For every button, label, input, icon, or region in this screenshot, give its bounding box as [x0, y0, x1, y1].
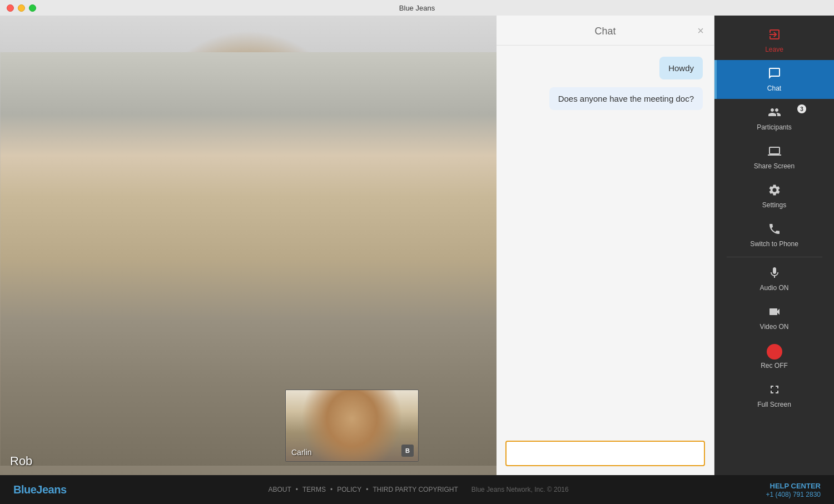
rec-label: Rec OFF [761, 362, 788, 370]
settings-icon [768, 183, 781, 199]
chat-input-area [497, 434, 714, 475]
sidebar-item-rec[interactable]: Rec OFF [714, 337, 834, 376]
share-screen-label: Share Screen [754, 162, 795, 170]
footer-logo-text: BlueJeans [13, 483, 67, 496]
video-icon [768, 305, 781, 321]
fullscreen-label: Full Screen [757, 401, 791, 408]
main-content: Rob Carlin B Chat × Howdy Does anyone ha… [0, 16, 834, 475]
chat-title: Chat [594, 26, 615, 37]
sidebar-item-settings[interactable]: Settings [714, 177, 834, 216]
footer-help-center-label[interactable]: HELP CENTER [770, 482, 821, 490]
footer-copyright: Blue Jeans Network, Inc. © 2016 [471, 486, 569, 493]
chat-input[interactable] [505, 441, 705, 466]
rec-indicator [767, 344, 782, 360]
sidebar-item-video[interactable]: Video ON [714, 298, 834, 337]
share-screen-icon [768, 144, 781, 160]
sidebar-item-participants[interactable]: 3 Participants [714, 99, 834, 138]
chat-label: Chat [767, 84, 781, 92]
message-text-2: Does anyone have the meeting doc? [558, 94, 694, 103]
sidebar-item-switch-phone[interactable]: Switch to Phone [714, 216, 834, 255]
switch-phone-label: Switch to Phone [750, 240, 798, 248]
thumbnail-badge: B [401, 445, 414, 457]
switch-phone-icon [768, 222, 781, 238]
chat-panel: Chat × Howdy Does anyone have the meetin… [497, 16, 714, 475]
participants-badge: 3 [797, 104, 806, 113]
window-title: Blue Jeans [399, 4, 435, 12]
fullscreen-icon [768, 383, 781, 398]
footer-terms-link[interactable]: TERMS [298, 486, 330, 493]
footer: BlueJeans ABOUT • TERMS • POLICY • THIRD… [0, 475, 834, 504]
sidebar-divider-1 [727, 257, 822, 257]
leave-label: Leave [765, 46, 783, 53]
message-bubble-1: Howdy [659, 57, 703, 79]
footer-logo: BlueJeans [13, 483, 67, 496]
footer-phone: +1 (408) 791 2830 [766, 491, 821, 498]
chat-header: Chat × [497, 16, 714, 46]
message-bubble-2: Does anyone have the meeting doc? [549, 87, 703, 110]
audio-icon [768, 266, 781, 282]
message-text-1: Howdy [668, 63, 694, 73]
footer-links: ABOUT • TERMS • POLICY • THIRD PARTY COP… [264, 486, 568, 493]
chat-icon [768, 67, 781, 82]
rob-participant-label: Rob [10, 454, 32, 468]
rob-video-feed [0, 52, 497, 466]
video-area: Rob Carlin B [0, 16, 497, 475]
minimize-button[interactable] [18, 4, 25, 12]
footer-third-party-link[interactable]: THIRD PARTY COPYRIGHT [368, 486, 462, 493]
participants-icon [768, 106, 781, 121]
settings-label: Settings [762, 201, 786, 209]
video-label: Video ON [760, 323, 789, 331]
audio-label: Audio ON [759, 284, 788, 292]
sidebar-item-fullscreen[interactable]: Full Screen [714, 376, 834, 415]
participants-label: Participants [757, 123, 792, 131]
window-controls [7, 4, 36, 12]
footer-policy-link[interactable]: POLICY [332, 486, 366, 493]
carlin-participant-label: Carlin [291, 448, 312, 457]
maximize-button[interactable] [29, 4, 36, 12]
leave-icon [768, 28, 781, 43]
close-button[interactable] [7, 4, 14, 12]
right-sidebar: Leave Chat 3 Participants [714, 16, 834, 475]
chat-close-button[interactable]: × [697, 25, 704, 36]
sidebar-item-share-screen[interactable]: Share Screen [714, 138, 834, 177]
main-video: Rob [0, 16, 497, 475]
thumbnail-video[interactable]: Carlin B [285, 390, 419, 462]
sidebar-item-leave[interactable]: Leave [714, 21, 834, 60]
sidebar-item-chat[interactable]: Chat [714, 60, 834, 99]
titlebar: Blue Jeans [0, 0, 834, 16]
chat-messages: Howdy Does anyone have the meeting doc? [497, 46, 714, 434]
footer-help: HELP CENTER +1 (408) 791 2830 [766, 481, 821, 498]
footer-about-link[interactable]: ABOUT [264, 486, 295, 493]
sidebar-item-audio[interactable]: Audio ON [714, 260, 834, 298]
